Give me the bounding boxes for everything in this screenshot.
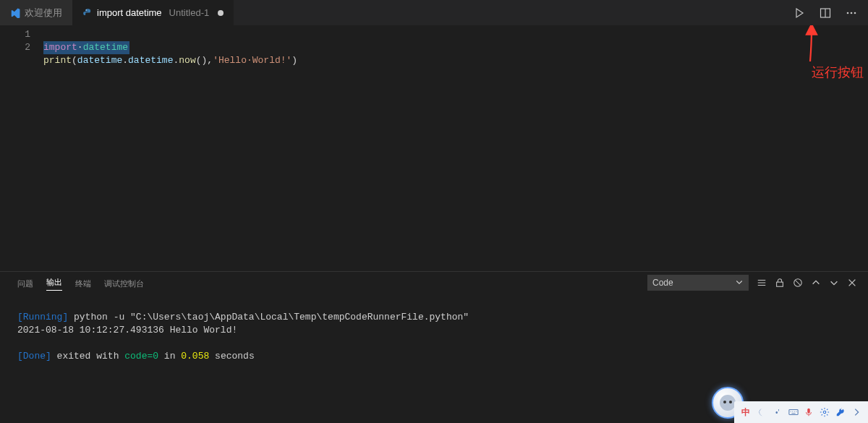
tab-untitled-1[interactable]: import datetime Untitled-1 — [72, 0, 234, 25]
tab-filename: Untitled-1 — [169, 7, 210, 18]
svg-point-4 — [851, 12, 853, 14]
svg-point-3 — [847, 12, 849, 14]
tab-welcome[interactable]: 欢迎使用 — [0, 0, 72, 25]
clear-output-icon[interactable] — [792, 277, 804, 289]
output-line: [Running] python -u "C:\Users\taoj\AppDa… — [17, 312, 469, 322]
keyboard-icon[interactable] — [788, 406, 799, 418]
output-channel-value: Code — [652, 278, 673, 288]
editor-actions — [783, 0, 868, 25]
mic-icon[interactable] — [804, 406, 815, 418]
panel-tab-debug[interactable]: 调试控制台 — [104, 278, 144, 289]
python-file-icon — [82, 8, 93, 18]
output-content[interactable]: [Running] python -u "C:\Users\taoj\AppDa… — [17, 294, 868, 376]
chevron-down-icon[interactable] — [828, 277, 840, 289]
split-editor-icon[interactable] — [817, 5, 833, 21]
svg-point-5 — [854, 12, 856, 14]
svg-rect-6 — [777, 282, 783, 286]
code-line-1: import·datetime — [43, 41, 129, 54]
panel-tab-problems[interactable]: 问题 — [17, 278, 33, 289]
chevron-down-icon — [735, 278, 744, 289]
output-line: [Done] exited with code=0 in 0.058 secon… — [17, 351, 255, 362]
chevron-up-icon[interactable] — [810, 277, 822, 289]
line-number-gutter: 1 2 — [9, 25, 43, 271]
collapse-icon[interactable] — [851, 406, 862, 418]
svg-point-0 — [86, 9, 87, 10]
modified-dot-icon — [218, 10, 224, 16]
output-line: 2021-08-18 10:12:27.493136 Hello World! — [17, 325, 237, 336]
tab-welcome-label: 欢迎使用 — [25, 7, 62, 20]
tab-title-prefix: import datetime — [97, 7, 162, 18]
svg-rect-8 — [788, 410, 797, 415]
code-line-2: print(datetime.datetime.now(),'Hello·Wor… — [43, 55, 297, 66]
line-number: 2 — [9, 41, 30, 54]
panel-toolbar: Code — [647, 275, 858, 291]
panel-action-icons — [756, 277, 858, 289]
panel-tab-terminal[interactable]: 终端 — [75, 278, 91, 289]
vscode-icon — [10, 8, 20, 18]
output-channel-select[interactable]: Code — [647, 275, 749, 291]
run-button[interactable] — [791, 5, 807, 21]
list-icon[interactable] — [756, 277, 767, 289]
moon-icon[interactable] — [756, 406, 767, 418]
settings-icon[interactable] — [819, 406, 830, 418]
editor-tab-bar: 欢迎使用 import datetime Untitled-1 — [0, 0, 868, 25]
annotation-label: 运行按钮 — [812, 64, 864, 81]
close-panel-icon[interactable] — [846, 277, 858, 289]
svg-point-10 — [824, 411, 827, 414]
tool-icon[interactable] — [835, 406, 846, 418]
code-editor[interactable]: 1 2 import·datetime print(datetime.datet… — [0, 25, 868, 271]
panel-tab-output[interactable]: 输出 — [46, 277, 62, 291]
more-actions-icon[interactable] — [843, 5, 859, 21]
punctuation-icon[interactable]: •' — [772, 406, 783, 418]
svg-rect-9 — [808, 409, 811, 414]
line-number: 1 — [9, 28, 30, 41]
lock-icon[interactable] — [774, 277, 786, 289]
annotation-arrow — [801, 25, 823, 68]
ime-mode-label[interactable]: 中 — [740, 406, 752, 418]
code-content[interactable]: import·datetime print(datetime.datetime.… — [43, 25, 297, 271]
ime-taskbar[interactable]: 中 •' — [734, 401, 868, 423]
